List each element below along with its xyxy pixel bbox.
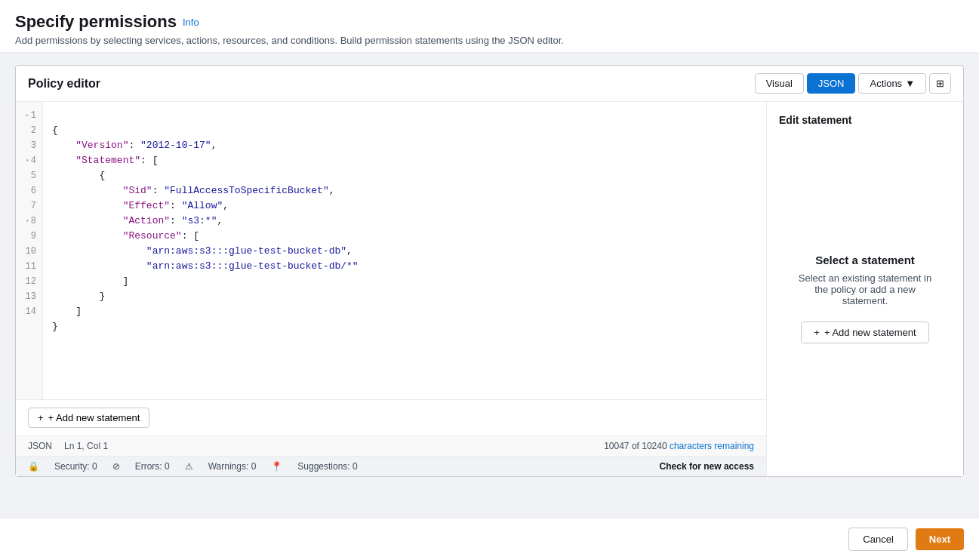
main-content: Policy editor Visual JSON Actions ▼ ⊞ xyxy=(0,53,979,522)
next-button[interactable]: Next xyxy=(916,528,964,550)
line-8: ▾8 xyxy=(16,214,42,229)
page-title: Specify permissions xyxy=(15,12,177,32)
editor-footer: JSON Ln 1, Col 1 10047 of 10240 characte… xyxy=(16,435,766,456)
policy-editor-panel: Policy editor Visual JSON Actions ▼ ⊞ xyxy=(15,65,964,477)
footer-mode: JSON xyxy=(28,441,52,451)
footer-position: Ln 1, Col 1 xyxy=(64,441,108,451)
line-numbers: ▸1 2 3 ▾4 5 6 7 ▾8 9 10 11 12 13 xyxy=(16,102,43,399)
line-6: 6 xyxy=(16,183,42,198)
line-7: 7 xyxy=(16,198,42,214)
editor-body: ▸1 2 3 ▾4 5 6 7 ▾8 9 10 11 12 13 xyxy=(16,102,963,476)
page-header: Specify permissions Info Add permissions… xyxy=(0,0,979,53)
status-bar: 🔒 Security: 0 ⊘ Errors: 0 ⚠ Warnings: 0 … xyxy=(16,456,766,476)
line-5: 5 xyxy=(16,168,42,183)
plus-icon-right: + xyxy=(814,327,820,338)
add-new-statement-button-bottom[interactable]: + + Add new statement xyxy=(28,408,149,428)
table-view-button[interactable]: ⊞ xyxy=(929,73,951,94)
select-statement-box: Select a statement Select an existing st… xyxy=(779,132,951,464)
table-icon: ⊞ xyxy=(936,78,944,89)
suggestions-status: Suggestions: 0 xyxy=(297,461,357,472)
suggestions-icon: 📍 xyxy=(271,461,282,472)
errors-status: Errors: 0 xyxy=(135,461,170,472)
line-10: 10 xyxy=(16,244,42,259)
line-12: 12 xyxy=(16,274,42,289)
line-11: 11 xyxy=(16,259,42,274)
policy-editor-header: Policy editor Visual JSON Actions ▼ ⊞ xyxy=(16,66,963,102)
line-2: 2 xyxy=(16,123,42,138)
line-1: ▸1 xyxy=(16,108,42,123)
right-panel: Edit statement Select a statement Select… xyxy=(767,102,963,476)
code-area: ▸1 2 3 ▾4 5 6 7 ▾8 9 10 11 12 13 xyxy=(16,102,767,476)
policy-editor-title: Policy editor xyxy=(28,77,100,91)
select-statement-desc: Select an existing statement in the poli… xyxy=(791,272,939,306)
security-icon: 🔒 xyxy=(28,461,39,472)
page-footer: Cancel Next xyxy=(0,518,979,560)
visual-tab-button[interactable]: Visual xyxy=(755,73,804,94)
warnings-icon: ⚠ xyxy=(185,461,193,472)
line-14: 14 xyxy=(16,304,42,319)
line-4: ▾4 xyxy=(16,153,42,168)
line-3: 3 xyxy=(16,138,42,153)
editor-toolbar: Visual JSON Actions ▼ ⊞ xyxy=(755,73,951,94)
warnings-status: Warnings: 0 xyxy=(208,461,257,472)
security-status: Security: 0 xyxy=(54,461,97,472)
add-statement-area: + + Add new statement xyxy=(16,399,766,435)
chevron-down-icon: ▼ xyxy=(905,78,915,89)
select-statement-title: Select a statement xyxy=(815,254,915,266)
plus-icon-bottom: + xyxy=(38,412,44,423)
add-new-statement-button-right[interactable]: + + Add new statement xyxy=(801,322,928,343)
json-tab-button[interactable]: JSON xyxy=(807,73,856,94)
page-subtitle: Add permissions by selecting services, a… xyxy=(15,35,964,46)
errors-icon: ⊘ xyxy=(112,461,120,472)
code-content[interactable]: { "Version": "2012-10-17", "Statement": … xyxy=(43,102,766,399)
info-link[interactable]: Info xyxy=(183,17,199,28)
actions-button[interactable]: Actions ▼ xyxy=(858,73,926,94)
line-9: 9 xyxy=(16,229,42,244)
check-new-access-button[interactable]: Check for new access xyxy=(660,461,754,472)
cancel-button[interactable]: Cancel xyxy=(848,528,907,551)
right-panel-title: Edit statement xyxy=(779,114,951,126)
code-editor[interactable]: ▸1 2 3 ▾4 5 6 7 ▾8 9 10 11 12 13 xyxy=(16,102,766,399)
footer-chars: 10047 of 10240 characters remaining xyxy=(604,441,754,451)
line-13: 13 xyxy=(16,289,42,304)
page-title-container: Specify permissions Info xyxy=(15,12,964,32)
